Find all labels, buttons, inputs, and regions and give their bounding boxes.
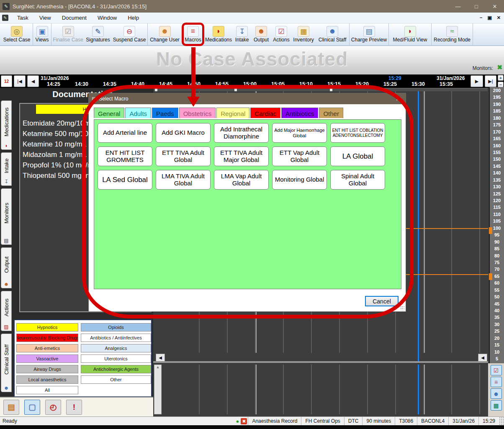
macro-button[interactable]: Spinal Adult Global	[330, 170, 385, 190]
macro-button[interactable]: LA Global	[330, 146, 385, 166]
lower-record-grid[interactable]	[162, 365, 488, 414]
dialog-resize-grip[interactable]	[400, 306, 404, 310]
time-tick-label: 14:55	[215, 81, 229, 87]
time-tick-label: 15:30	[411, 81, 425, 87]
scale-zoom-out-button[interactable]: −	[498, 82, 504, 87]
category-button[interactable]: Other	[81, 375, 151, 384]
macro-tab[interactable]: Antibiotics	[281, 108, 318, 118]
toolbar-button[interactable]: ☑ Actions	[271, 23, 291, 45]
side-tool-button[interactable]: ▦	[491, 400, 502, 411]
timeline-scroll-strip[interactable]	[154, 88, 488, 91]
toolbar-label: Intake	[235, 37, 249, 43]
macro-button[interactable]: Add Intrathecal Diamorphine	[214, 123, 269, 143]
macro-tab[interactable]: Obstetrics	[179, 108, 216, 118]
macro-button[interactable]: ENT HIT LIST COBLATION ADENOTONSILLECTOM…	[330, 123, 385, 143]
toolbar-button[interactable]: ≡ Macros	[182, 23, 204, 45]
mdi-control-button[interactable]: ✕	[497, 15, 501, 21]
macro-tab[interactable]: Other	[319, 108, 343, 118]
toolbar-button[interactable]: ✎ Signatures	[85, 23, 111, 45]
category-button[interactable]: Uterotonics	[81, 355, 151, 363]
category-button[interactable]: Antibiotics / Antiinfectives	[81, 334, 151, 342]
toolbar-button[interactable]: ☻ Output	[251, 23, 271, 45]
macro-button[interactable]: ETT Vap Adult Global	[272, 146, 327, 166]
toolbar-button[interactable]: ◗ Medications	[204, 23, 233, 45]
toolbar-button[interactable]: ≈ Recording Mode	[431, 23, 473, 45]
mdi-control-button[interactable]: −	[480, 15, 482, 21]
macro-button[interactable]: Monitoring Global	[272, 170, 327, 190]
category-button[interactable]: Anticholinergic Agents	[81, 365, 151, 373]
vertical-scrollbar[interactable]: ▲	[154, 365, 162, 414]
macro-tab[interactable]: General	[94, 108, 124, 118]
footer-tool-button[interactable]: ▢	[24, 400, 40, 415]
macro-button[interactable]: LA Sed Global	[98, 170, 152, 190]
macro-button[interactable]: Add GKI Macro	[156, 123, 211, 143]
macro-tab[interactable]: Adults	[125, 108, 151, 118]
window-control-button[interactable]: ✕	[486, 3, 504, 10]
sidebar-tab[interactable]: Actions ▨	[1, 291, 12, 331]
window-control-button[interactable]: □	[467, 3, 486, 10]
side-tool-button[interactable]: ☻	[491, 388, 502, 399]
timeline-next-button[interactable]: ▶	[471, 75, 483, 87]
toolbar-button[interactable]: ◎ Select Case	[1, 23, 33, 45]
footer-tool-button[interactable]: ▤	[3, 400, 19, 415]
sidebar-tab-label: Actions	[1, 292, 11, 323]
toolbar-button[interactable]: ▣ Views	[33, 23, 51, 45]
macro-button[interactable]: ETT TIVA Adult Major Global	[214, 146, 269, 166]
category-button[interactable]: Analgesics	[81, 344, 151, 352]
mdi-control-button[interactable]: ▣	[487, 15, 491, 21]
toolbar-button[interactable]: ◗ Med/Fluid View	[388, 23, 431, 45]
macro-button[interactable]: ETT TIVA Adult Global	[156, 146, 211, 166]
menu-item[interactable]: Window	[92, 13, 122, 22]
dialog-close-icon[interactable]: ✕	[396, 95, 406, 102]
category-button[interactable]: Vasoactive	[16, 355, 78, 363]
toolbar-button[interactable]: ☑ Finalise Case	[51, 23, 85, 45]
window-control-button[interactable]: —	[449, 3, 467, 10]
macro-tab[interactable]: Paeds	[152, 108, 178, 118]
scale-zoom-in-button[interactable]: +	[498, 75, 504, 81]
toolbar-button[interactable]: ▤ Charge Preview	[349, 23, 388, 45]
category-button[interactable]: All	[16, 386, 78, 394]
monitors-status-icon[interactable]: ✖	[497, 64, 502, 71]
menu-item[interactable]: Document	[57, 13, 92, 22]
timeline-last-button[interactable]: ▶|	[485, 75, 496, 87]
statusbar-resize-grip[interactable]	[499, 417, 504, 425]
footer-tool-button[interactable]: !	[66, 400, 82, 415]
scroll-up-arrow[interactable]: ▲	[156, 365, 160, 369]
sidebar-tab[interactable]: Intake ↧	[1, 152, 12, 186]
side-tool-button[interactable]: ≡	[491, 377, 502, 387]
category-button[interactable]: Local anaesthetics	[16, 375, 78, 384]
macro-button[interactable]: LMA Vap Adult Global	[214, 170, 269, 190]
menu-item[interactable]: View	[34, 13, 57, 22]
footer-tool-button[interactable]: ◴	[45, 400, 61, 415]
category-button[interactable]: Neuromuscular Blocking Drugs	[16, 334, 78, 342]
cancel-button[interactable]: Cancel	[365, 296, 399, 306]
dialog-title-bar[interactable]: ▤ Select Macro ✕	[89, 93, 406, 104]
sidebar-tab[interactable]: Output ☻	[1, 247, 12, 288]
toolbar-button[interactable]: ☻ Clinical Staff	[316, 23, 349, 45]
menu-item[interactable]: Help	[122, 13, 144, 22]
scroll-left-button[interactable]: ◀	[156, 354, 165, 362]
toolbar-label: Actions	[273, 37, 289, 43]
category-button[interactable]: Hypnotics	[16, 323, 78, 331]
toolbar-button[interactable]: ↧ Intake	[233, 23, 251, 45]
sidebar-tab[interactable]: Monitors ▤	[1, 188, 12, 245]
menu-item[interactable]: Task	[12, 13, 34, 22]
macro-tab[interactable]: Regional	[216, 108, 249, 118]
macro-tab[interactable]: Cardiac	[250, 108, 280, 118]
toolbar-button[interactable]: ⊖ Suspend Case	[111, 23, 147, 45]
macro-button[interactable]: Add Major Haemorrhage Global	[272, 123, 327, 143]
sidebar-tab[interactable]: Clinical Staff ☻	[1, 334, 12, 392]
toolbar-button[interactable]: ☻ Change User	[147, 23, 182, 45]
alert-status-icon[interactable]: ✖	[241, 418, 247, 424]
category-button[interactable]: Airway Drugs	[16, 365, 78, 373]
macro-button[interactable]: LMA TIVA Adult Global	[156, 170, 211, 190]
sidebar-tab[interactable]: Medications ◗	[1, 100, 12, 150]
category-button[interactable]: Anti-emetics	[16, 344, 78, 352]
no-case-watermark: No Case Associated	[0, 48, 504, 70]
macro-button[interactable]: Add Arterial line	[98, 123, 152, 143]
category-button[interactable]: Opioids	[81, 323, 151, 331]
macro-button[interactable]: ENT HIT LIST GROMMETS	[98, 146, 152, 166]
scroll-right-button[interactable]: ◀	[478, 354, 487, 362]
toolbar-button[interactable]: ▦ Inventory	[291, 23, 316, 45]
side-tool-button[interactable]: ☑	[491, 365, 502, 375]
